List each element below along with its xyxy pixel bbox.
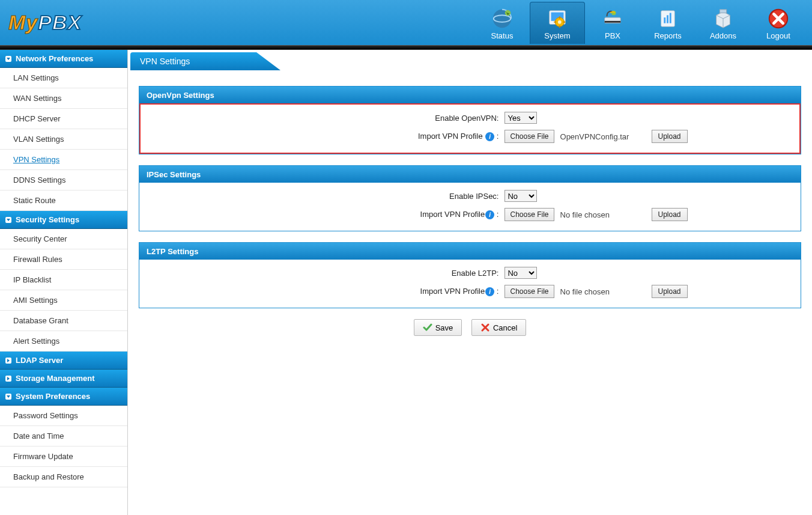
panel-openvpn-header: OpenVpn Settings	[139, 87, 801, 103]
svg-rect-15	[664, 17, 665, 23]
sidebar-item-wan[interactable]: WAN Settings	[0, 88, 127, 109]
sidebar-item-dhcp[interactable]: DHCP Server	[0, 109, 127, 129]
chevron-down-icon	[5, 216, 12, 224]
l2tp-enable-select[interactable]: No	[504, 267, 537, 279]
l2tp-enable-label: Enable L2TP:	[249, 264, 501, 281]
top-nav: Status System PBX Reports Addons	[474, 2, 806, 44]
sidebar-item-ddns[interactable]: DDNS Settings	[0, 170, 127, 190]
sidebar-item-ami[interactable]: AMI Settings	[0, 290, 127, 311]
logout-icon	[766, 7, 790, 30]
action-bar: Save Cancel	[139, 319, 801, 336]
save-button-label: Save	[435, 323, 453, 332]
sidebar-item-lan[interactable]: LAN Settings	[0, 68, 127, 88]
openvpn-enable-label: Enable OpenVPN:	[249, 109, 501, 126]
sidebar: Network Preferences LAN Settings WAN Set…	[0, 50, 128, 515]
logo-pbx: PBX	[38, 11, 82, 34]
ipsec-file-name: No file chosen	[560, 210, 644, 219]
panel-ipsec: IPSec Settings Enable IPSec: No Imp	[139, 165, 801, 231]
sidebar-item-vpn[interactable]: VPN Settings	[0, 150, 127, 170]
nav-reports[interactable]: Reports	[640, 2, 695, 44]
sidebar-section-system-prefs[interactable]: System Preferences	[0, 388, 127, 406]
content: OpenVpn Settings Enable OpenVPN: Yes	[128, 70, 812, 342]
sidebar-item-password[interactable]: Password Settings	[0, 406, 127, 426]
cross-icon	[480, 323, 490, 332]
panel-openvpn-body: Enable OpenVPN: Yes Import VPN Profile i…	[139, 103, 801, 154]
page-title-tail	[256, 52, 280, 70]
sidebar-section-ldap-label: LDAP Server	[16, 356, 63, 365]
sidebar-section-network[interactable]: Network Preferences	[0, 50, 127, 68]
header-divider	[0, 45, 812, 50]
pbx-icon	[601, 7, 625, 30]
sidebar-section-network-label: Network Preferences	[16, 54, 93, 63]
info-icon[interactable]: i	[485, 132, 494, 141]
sidebar-section-system-prefs-label: System Preferences	[16, 392, 90, 401]
openvpn-enable-select[interactable]: Yes	[504, 112, 537, 124]
sidebar-item-alert[interactable]: Alert Settings	[0, 331, 127, 352]
nav-logout-label: Logout	[766, 31, 790, 40]
sidebar-section-security[interactable]: Security Settings	[0, 211, 127, 229]
nav-pbx[interactable]: PBX	[585, 2, 640, 44]
panel-ipsec-header: IPSec Settings	[139, 166, 801, 183]
sidebar-item-firmware[interactable]: Firmware Update	[0, 446, 127, 467]
ipsec-choose-file-button[interactable]: Choose File	[504, 208, 554, 221]
sidebar-item-static-route[interactable]: Static Route	[0, 190, 127, 211]
ipsec-import-label: Import VPN Profile	[420, 210, 485, 219]
svg-rect-10	[563, 21, 566, 22]
cancel-button[interactable]: Cancel	[471, 319, 526, 336]
cancel-button-label: Cancel	[493, 323, 517, 332]
nav-logout[interactable]: Logout	[751, 2, 806, 44]
svg-rect-16	[667, 15, 668, 23]
chevron-down-icon	[5, 55, 12, 62]
svg-rect-12	[605, 20, 621, 22]
openvpn-upload-button[interactable]: Upload	[652, 130, 688, 143]
sidebar-item-ip-blacklist[interactable]: IP Blacklist	[0, 270, 127, 290]
system-icon	[545, 7, 569, 30]
sidebar-item-datetime[interactable]: Date and Time	[0, 426, 127, 446]
nav-system-label: System	[544, 31, 570, 40]
sidebar-item-security-center[interactable]: Security Center	[0, 229, 127, 249]
nav-status-label: Status	[491, 31, 514, 40]
logo: MyPBX	[8, 11, 82, 34]
sidebar-item-database-grant[interactable]: Database Grant	[0, 311, 127, 331]
nav-system[interactable]: System	[530, 2, 585, 44]
nav-addons[interactable]: Addons	[695, 2, 751, 44]
ipsec-enable-select[interactable]: No	[504, 190, 537, 202]
sidebar-section-storage[interactable]: Storage Management	[0, 370, 127, 388]
svg-rect-8	[559, 25, 560, 28]
svg-point-6	[558, 20, 562, 23]
nav-pbx-label: PBX	[605, 31, 620, 40]
svg-rect-18	[720, 9, 726, 13]
info-icon[interactable]: i	[485, 287, 494, 296]
reports-icon	[656, 7, 680, 30]
ipsec-upload-button[interactable]: Upload	[652, 208, 688, 221]
openvpn-file-name: OpenVPNConfig.tar	[560, 132, 644, 141]
l2tp-import-label: Import VPN Profile	[420, 287, 485, 296]
panel-l2tp-body: Enable L2TP: No Import VPN Profilei : Ch…	[139, 260, 801, 308]
openvpn-import-label: Import VPN Profile	[418, 132, 483, 141]
sidebar-section-ldap[interactable]: LDAP Server	[0, 352, 127, 370]
svg-rect-9	[554, 21, 556, 22]
svg-rect-7	[559, 16, 560, 19]
page-title: VPN Settings	[130, 52, 256, 70]
sidebar-item-backup[interactable]: Backup and Restore	[0, 467, 127, 487]
nav-reports-label: Reports	[654, 31, 682, 40]
sidebar-item-firewall[interactable]: Firewall Rules	[0, 249, 127, 270]
panel-openvpn: OpenVpn Settings Enable OpenVPN: Yes	[139, 86, 801, 154]
sidebar-section-storage-label: Storage Management	[16, 374, 94, 383]
chevron-right-icon	[5, 375, 12, 382]
sidebar-section-security-label: Security Settings	[16, 215, 79, 224]
info-icon[interactable]: i	[485, 210, 494, 219]
openvpn-choose-file-button[interactable]: Choose File	[504, 130, 554, 143]
panel-l2tp-header: L2TP Settings	[139, 243, 801, 260]
check-icon	[423, 323, 432, 332]
panel-l2tp: L2TP Settings Enable L2TP: No Impor	[139, 242, 801, 308]
logo-my: My	[8, 11, 38, 34]
save-button[interactable]: Save	[414, 319, 462, 336]
chevron-right-icon	[5, 357, 12, 364]
addons-icon	[711, 7, 735, 30]
l2tp-file-name: No file chosen	[560, 287, 644, 296]
nav-status[interactable]: Status	[474, 2, 530, 44]
l2tp-upload-button[interactable]: Upload	[652, 285, 688, 298]
l2tp-choose-file-button[interactable]: Choose File	[504, 285, 554, 298]
sidebar-item-vlan[interactable]: VLAN Settings	[0, 129, 127, 150]
